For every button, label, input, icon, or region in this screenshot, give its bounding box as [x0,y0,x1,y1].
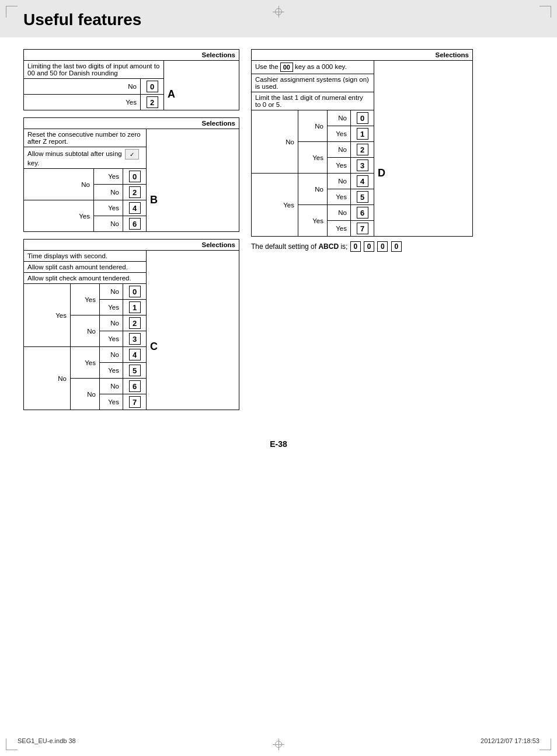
table-d: Selections Use the 00 key as a 000 key. … [251,49,473,237]
main-content: Selections Limiting the last two digits … [0,43,557,416]
table-c-value-6: 6 [123,379,147,394]
table-b-desc2-row: Allow minus subtotal after using ✓ key. [24,147,239,169]
key-00-icon: 00 [280,63,293,72]
table-d-sub1-no-4: No [298,174,328,205]
table-d-sub1-no-0: No [298,110,328,142]
table-d-value-1: 1 [351,126,374,142]
table-d-sub2-no-4: No [328,174,351,189]
table-c-letter: C [147,284,239,410]
table-c-sub2-yes-3: Yes [100,331,123,347]
table-d-sub2-yes-7: Yes [328,221,351,237]
table-c-spacer3 [147,273,239,284]
table-d-numbox-6: 6 [357,207,368,219]
table-c-value-1: 1 [123,300,147,315]
table-c-value-3: 3 [123,331,147,347]
table-b-sub-yes-2: Yes [94,200,123,216]
table-a-value-no: 0 [141,79,164,95]
table-b-numbox-6: 6 [129,218,141,230]
default-text: The default setting of [251,242,318,251]
table-b-value-0: 0 [123,169,147,185]
table-b-letter: B [147,169,239,232]
table-b: Selections Reset the consecutive number … [23,117,239,232]
table-d-row-0: No No No 0 D [252,110,473,126]
table-c-sub2-yes-5: Yes [100,363,123,379]
table-d-sub2-no-0: No [328,110,351,126]
table-c-desc1-row: Time displays with second. [24,251,239,262]
table-d-main-no: No [252,110,298,174]
table-c-sub1-no-2: No [71,315,100,347]
table-c-value-7: 7 [123,394,147,410]
table-d-main-yes: Yes [252,174,298,237]
page-footer: SEG1_EU-e.indb 38 2012/12/07 17:18:53 [0,737,557,744]
table-d-desc2-row: Cashier assignment systems (sign on) is … [252,74,473,92]
table-c-sub2-no-0: No [100,284,123,300]
table-d-header-row: Selections [252,50,473,61]
default-val-0: 0 [350,241,361,252]
table-b-desc1: Reset the consecutive number to zero aft… [24,129,147,147]
table-c-numbox-7: 7 [129,396,141,408]
table-b-sub-no-1: No [94,185,123,200]
table-a-spacer [164,61,239,79]
default-abcd: ABCD [318,242,339,251]
table-a-header: Selections [24,50,239,61]
corner-mark-tl [6,6,18,18]
table-c-desc1: Time displays with second. [24,251,147,262]
subtotal-key-icon: ✓ [125,149,139,159]
table-d-sub2-yes-1: Yes [328,126,351,142]
table-c-desc3-row: Allow split check amount tendered. [24,273,239,284]
table-a-numbox-2: 2 [147,96,158,108]
table-c-sub1-yes-0: Yes [71,284,100,315]
page-num-text: E-38 [270,439,287,449]
table-d-desc2: Cashier assignment systems (sign on) is … [252,74,374,92]
table-c-sub1-yes-4: Yes [71,347,100,379]
left-column: Selections Limiting the last two digits … [23,49,239,410]
table-d-sub2-yes-5: Yes [328,189,351,205]
table-c-numbox-3: 3 [129,333,141,345]
footer-right: 2012/12/07 17:18:53 [481,737,539,744]
table-b-sub-yes-0: Yes [94,169,123,185]
table-d-sub2-yes-3: Yes [328,158,351,174]
table-c-numbox-6: 6 [129,380,141,392]
table-d-sub2-no-2: No [328,142,351,158]
table-b-value-1: 2 [123,185,147,200]
table-c-header-row: Selections [24,240,239,251]
table-b-header-row: Selections [24,118,239,129]
table-c-value-2: 2 [123,315,147,331]
table-d-numbox-5: 5 [357,191,368,203]
table-a-label-yes: Yes [24,95,141,110]
table-c-desc2-row: Allow split cash amount tendered. [24,262,239,273]
table-b-spacer2 [147,147,239,169]
table-c-value-5: 5 [123,363,147,379]
table-d-desc1-row: Use the 00 key as a 000 key. [252,61,473,74]
default-val-2: 0 [377,241,388,252]
table-a-description: Limiting the last two digits of input am… [24,61,164,79]
table-d-value-0: 0 [351,110,374,126]
table-b-value-3: 6 [123,216,147,232]
table-a-desc-row: Limiting the last two digits of input am… [24,61,239,79]
default-setting-row: The default setting of ABCD is; 0 0 0 0 [251,241,473,252]
table-b-numbox-2: 2 [129,186,141,198]
table-c-row-0: Yes Yes No 0 C [24,284,239,300]
table-c-desc2: Allow split cash amount tendered. [24,262,147,273]
table-d-desc1: Use the 00 key as a 000 key. [252,61,374,74]
table-d-value-4: 4 [351,174,374,189]
table-d-value-5: 5 [351,189,374,205]
table-d-sub1-yes-6: Yes [298,205,328,237]
table-c-main-no: No [24,347,71,410]
table-b-desc1-row: Reset the consecutive number to zero aft… [24,129,239,147]
table-a-letter: A [164,79,239,110]
table-c-spacer2 [147,262,239,273]
table-c-sub2-no-6: No [100,379,123,394]
table-b-main-no: No [24,169,94,200]
table-d-value-7: 7 [351,221,374,237]
table-d-value-6: 6 [351,205,374,221]
table-b-value-2: 4 [123,200,147,216]
table-c-numbox-5: 5 [129,365,141,376]
footer-left: SEG1_EU-e.indb 38 [18,737,76,744]
table-b-desc2: Allow minus subtotal after using ✓ key. [24,147,147,169]
table-b-header: Selections [24,118,239,129]
right-column: Selections Use the 00 key as a 000 key. … [251,49,473,410]
table-a-label-no: No [24,79,141,95]
table-a-value-yes: 2 [141,95,164,110]
table-c-sub2-no-4: No [100,347,123,363]
